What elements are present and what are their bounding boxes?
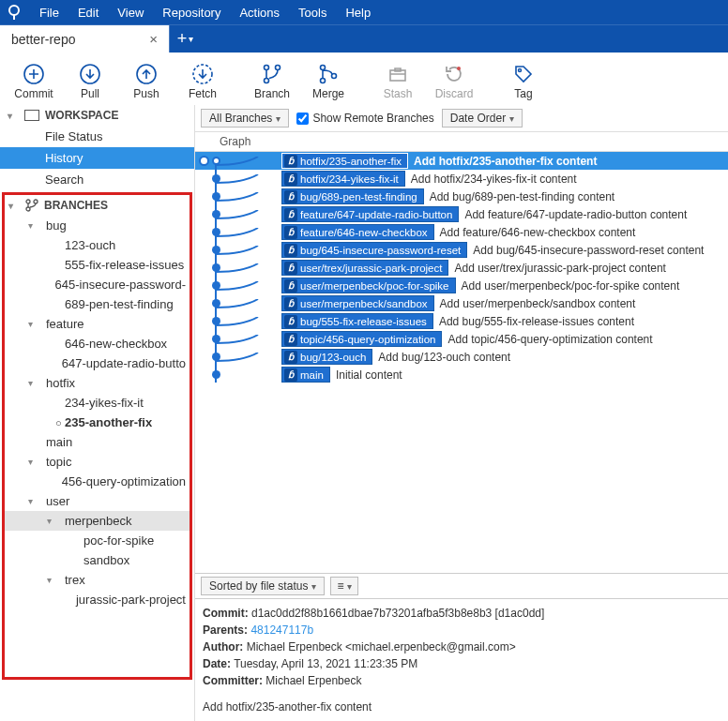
commit-row[interactable]: ɓbug/123-ouchAdd bug/123-ouch content bbox=[195, 348, 728, 366]
commit-row[interactable]: ɓhotfix/235-another-fixAdd hotfix/235-an… bbox=[195, 152, 728, 170]
branch-tree-item[interactable]: ▾user bbox=[5, 491, 190, 511]
branches-section-header[interactable]: ▾ BRANCHES bbox=[5, 195, 190, 216]
merge-button[interactable]: Merge bbox=[300, 56, 356, 105]
order-dropdown[interactable]: Date Order ▾ bbox=[442, 109, 523, 128]
branch-tree-item[interactable]: main bbox=[5, 432, 190, 452]
branch-tree-item[interactable]: poc-for-spike bbox=[5, 531, 190, 550]
branch-tree-item[interactable]: ▾feature bbox=[5, 314, 190, 334]
branch-tree-item[interactable]: 234-yikes-fix-it bbox=[5, 393, 190, 413]
branch-badge-icon: ɓ bbox=[284, 279, 297, 293]
sort-label: Sorted by file status bbox=[209, 579, 308, 593]
menu-tools[interactable]: Tools bbox=[289, 3, 336, 23]
branch-tree-item[interactable]: ▾topic bbox=[5, 452, 190, 472]
branch-badge-icon: ɓ bbox=[284, 333, 297, 346]
commit-row[interactable]: ɓbug/645-insecure-password-resetAdd bug/… bbox=[195, 241, 728, 259]
menu-actions[interactable]: Actions bbox=[230, 3, 289, 23]
commit-message: Add bug/123-ouch content bbox=[378, 351, 510, 364]
branch-tree-item[interactable]: ▾trex bbox=[5, 570, 190, 590]
branches-title: BRANCHES bbox=[44, 199, 108, 212]
chevron-down-icon: ▾ bbox=[276, 113, 281, 124]
commit-button[interactable]: Commit bbox=[6, 56, 62, 105]
branch-tree-item[interactable]: 646-new-checkbox bbox=[5, 334, 190, 353]
commit-message-body: Add hotfix/235-another-fix content bbox=[203, 698, 720, 715]
branch-badge-icon: ɓ bbox=[284, 244, 297, 257]
branch-tree-item[interactable]: 123-ouch bbox=[5, 235, 190, 255]
branch-tree-item[interactable]: ▾hotfix bbox=[5, 373, 190, 393]
branch-tree-item[interactable]: ▾bug bbox=[5, 216, 190, 235]
commit-row[interactable]: ɓtopic/456-query-optimizationAdd topic/4… bbox=[195, 330, 728, 348]
branch-label: hotfix bbox=[46, 376, 75, 390]
workspace-section-header[interactable]: ▾ WORKSPACE bbox=[0, 105, 194, 126]
commit-row[interactable]: ɓfeature/647-update-radio-buttonAdd feat… bbox=[195, 205, 728, 223]
show-remote-checkbox[interactable]: Show Remote Branches bbox=[296, 112, 433, 125]
details-toolbar: Sorted by file status ▾ ≡ ▾ bbox=[195, 573, 728, 598]
branch-tree-item[interactable]: 456-query-optimization bbox=[5, 472, 190, 491]
commit-row[interactable]: ɓbug/555-fix-release-issuesAdd bug/555-f… bbox=[195, 312, 728, 330]
workspace-item-search[interactable]: Search bbox=[0, 169, 194, 190]
branch-badge-label: user/merpenbeck/sandbox bbox=[300, 298, 428, 309]
branch-tree-item[interactable]: 689-pen-test-finding bbox=[5, 294, 190, 314]
close-icon[interactable]: × bbox=[149, 31, 158, 47]
branch-button[interactable]: Branch bbox=[244, 56, 300, 105]
branch-tree-item[interactable]: 555-fix-release-issues bbox=[5, 255, 190, 275]
branch-badge[interactable]: ɓfeature/647-update-radio-button bbox=[281, 206, 459, 222]
commit-row[interactable]: ɓbug/689-pen-test-findingAdd bug/689-pen… bbox=[195, 188, 728, 205]
show-remote-label: Show Remote Branches bbox=[312, 112, 433, 125]
svg-point-11 bbox=[332, 73, 337, 78]
commit-row[interactable]: ɓuser/merpenbeck/sandboxAdd user/merpenb… bbox=[195, 294, 728, 312]
branch-tree-item[interactable]: ○235-another-fix bbox=[5, 413, 190, 432]
commit-message: Add bug/645-insecure-password-reset cont… bbox=[473, 244, 704, 257]
pull-button[interactable]: Pull bbox=[62, 56, 118, 105]
menu-bar: FileEditViewRepositoryActionsToolsHelp bbox=[0, 0, 728, 24]
commit-row[interactable]: ɓuser/trex/jurassic-park-projectAdd user… bbox=[195, 259, 728, 277]
branch-tree-item[interactable]: sandbox bbox=[5, 550, 190, 570]
branch-badge-icon: ɓ bbox=[284, 173, 297, 186]
branch-tree-item[interactable]: 645-insecure-password- bbox=[5, 275, 190, 294]
menu-edit[interactable]: Edit bbox=[68, 3, 108, 23]
commit-row[interactable]: ɓuser/merpenbeck/poc-for-spikeAdd user/m… bbox=[195, 277, 728, 294]
branch-tree-item[interactable]: jurassic-park-project bbox=[5, 590, 190, 609]
menu-help[interactable]: Help bbox=[336, 3, 380, 23]
main-area: ▾ WORKSPACE File StatusHistorySearch ▾ B… bbox=[0, 105, 728, 721]
menu-file[interactable]: File bbox=[30, 3, 68, 23]
branch-filter-dropdown[interactable]: All Branches ▾ bbox=[201, 109, 289, 128]
branch-badge[interactable]: ɓuser/merpenbeck/poc-for-spike bbox=[281, 278, 456, 293]
workspace-item-history[interactable]: History bbox=[0, 147, 194, 169]
branch-badge-icon: ɓ bbox=[284, 190, 297, 203]
branch-badge[interactable]: ɓbug/555-fix-release-issues bbox=[281, 313, 433, 329]
commit-graph[interactable]: ɓhotfix/235-another-fixAdd hotfix/235-an… bbox=[195, 152, 728, 573]
branch-badge[interactable]: ɓbug/123-ouch bbox=[281, 349, 372, 365]
branch-badge[interactable]: ɓtopic/456-query-optimization bbox=[281, 331, 442, 347]
branch-tree-item[interactable]: ▾merpenbeck bbox=[5, 511, 190, 531]
branch-badge-label: bug/555-fix-release-issues bbox=[300, 316, 427, 327]
new-tab-button[interactable]: + ▾ bbox=[169, 25, 201, 53]
branch-badge[interactable]: ɓmain bbox=[281, 367, 330, 383]
parent-link[interactable]: 481247117b bbox=[250, 623, 313, 637]
branch-badge[interactable]: ɓhotfix/235-another-fix bbox=[281, 153, 408, 169]
tab-bar: better-repo × + ▾ bbox=[0, 24, 728, 53]
repo-tab[interactable]: better-repo × bbox=[0, 25, 169, 53]
committer-label: Committer: bbox=[203, 674, 263, 687]
branch-badge[interactable]: ɓhotfix/234-yikes-fix-it bbox=[281, 171, 405, 187]
view-mode-dropdown[interactable]: ≡ ▾ bbox=[330, 577, 358, 595]
commit-row[interactable]: ɓhotfix/234-yikes-fix-itAdd hotfix/234-y… bbox=[195, 170, 728, 188]
branch-badge-label: bug/689-pen-test-finding bbox=[300, 191, 417, 203]
push-button[interactable]: Push bbox=[118, 56, 174, 105]
branch-badge[interactable]: ɓuser/trex/jurassic-park-project bbox=[281, 260, 448, 276]
branch-badge[interactable]: ɓbug/689-pen-test-finding bbox=[281, 188, 424, 204]
show-remote-checkbox-input[interactable] bbox=[296, 113, 309, 125]
branch-badge[interactable]: ɓbug/645-insecure-password-reset bbox=[281, 242, 467, 258]
menu-repository[interactable]: Repository bbox=[153, 3, 230, 23]
commit-row[interactable]: ɓmainInitial content bbox=[195, 366, 728, 383]
menu-view[interactable]: View bbox=[108, 3, 153, 23]
workspace-item-file-status[interactable]: File Status bbox=[0, 126, 194, 147]
tag-button[interactable]: Tag bbox=[495, 56, 552, 105]
branch-badge[interactable]: ɓfeature/646-new-checkbox bbox=[281, 224, 434, 240]
pull-icon bbox=[78, 62, 102, 86]
commit-row[interactable]: ɓfeature/646-new-checkboxAdd feature/646… bbox=[195, 223, 728, 241]
sort-dropdown[interactable]: Sorted by file status ▾ bbox=[201, 577, 325, 595]
branch-badge[interactable]: ɓuser/merpenbeck/sandbox bbox=[281, 295, 434, 311]
merge-label: Merge bbox=[312, 87, 344, 100]
branch-tree-item[interactable]: 647-update-radio-butto bbox=[5, 353, 190, 373]
fetch-button[interactable]: Fetch bbox=[174, 56, 231, 105]
